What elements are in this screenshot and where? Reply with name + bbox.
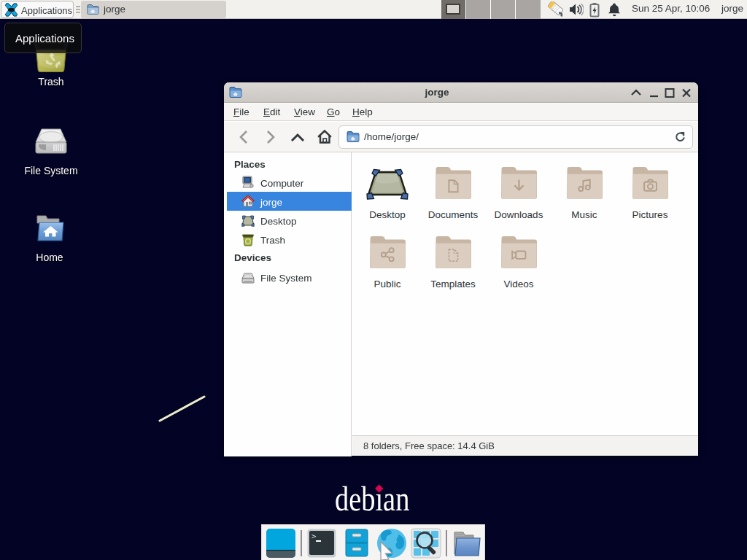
svg-text:>: >: [311, 532, 317, 541]
svg-text:debıan: debıan: [335, 480, 409, 516]
